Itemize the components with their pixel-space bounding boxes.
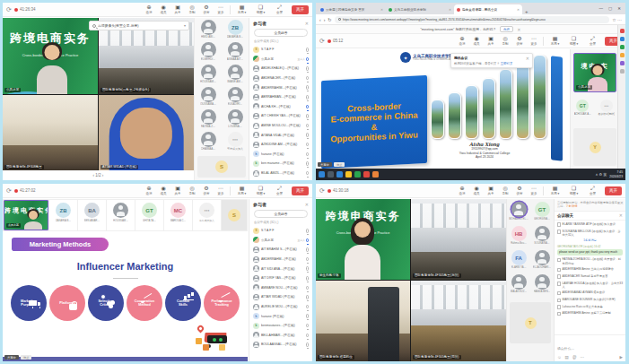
participant-thumbnail[interactable]: ⋯ 会议转录(离线) <box>596 100 617 116</box>
close-icon[interactable]: ✕ <box>620 200 624 206</box>
allow-button[interactable]: 允许 <box>500 26 513 32</box>
mini-controls-tooltip[interactable] <box>207 335 227 343</box>
mic-icon[interactable] <box>306 324 309 328</box>
participant-thumbnail[interactable]: MALAK EZZ… <box>507 274 530 299</box>
participant-thumbnail[interactable]: MOHAMED EL… <box>507 202 530 226</box>
file-explorer-icon[interactable] <box>345 171 352 178</box>
more-icon[interactable]: ⋯ <box>580 355 584 360</box>
video-tile-teacher[interactable]: 跨境电商实务 Cross-border E-commerce Practice … <box>3 18 98 94</box>
toolbar-button[interactable]: ◎录制 <box>185 186 199 195</box>
toolbar-button[interactable]: ◎录制 <box>498 36 512 46</box>
mic-icon[interactable] <box>306 305 309 309</box>
browser-icon[interactable] <box>363 171 370 178</box>
edge-icon[interactable] <box>336 171 343 178</box>
mic-icon[interactable] <box>306 247 309 252</box>
participant-thumbnail[interactable]: FATIMA Z… <box>195 109 222 132</box>
toolbar-button[interactable]: ⊕邀请 <box>455 36 469 46</box>
toolbar-button[interactable]: ◉成员 <box>156 186 170 195</box>
search-icon[interactable] <box>328 171 334 178</box>
refresh-icon[interactable]: ⟳ <box>6 6 12 13</box>
participant-row[interactable]: S S T A F F <box>249 45 312 55</box>
video-tile-hall[interactable]: 国际教育学院 巡堂机位 <box>316 281 410 361</box>
toolbar-button[interactable]: ⊕邀请 <box>142 186 156 195</box>
video-tile-assistant[interactable]: 跨境电商实务 Cross-border E-commerce Practice … <box>316 199 410 280</box>
participant-row[interactable]: b benmoutanes…(不在线) <box>249 321 312 331</box>
mic-icon[interactable] <box>306 334 309 338</box>
tab-close-icon[interactable]: ✕ <box>517 8 520 12</box>
participant-tile[interactable]: MC MAROUA C… <box>164 200 192 230</box>
mic-icon[interactable] <box>306 124 309 128</box>
video-pager[interactable]: ‹ 1/2 › <box>3 170 194 180</box>
window-minimize-button[interactable]: — <box>598 6 603 11</box>
video-tile-classroom-back[interactable]: 国际教育学院 4F305教室(后排) <box>411 199 506 280</box>
toolbar-dropdown-button[interactable]: ❏视图 ▾ <box>564 36 583 46</box>
mic-icon[interactable] <box>306 257 309 262</box>
participant-tile-s[interactable]: S <box>197 156 246 178</box>
participant-thumbnail[interactable]: LOUBNA… <box>222 109 249 132</box>
toolbar-dropdown-button[interactable]: ▦布局 ▾ <box>546 36 564 46</box>
participant-row[interactable]: 么凤之英 主持人 <box>249 236 312 246</box>
system-tray-icons[interactable]: ∧ ⚙ 英 <box>596 172 607 177</box>
mic-icon[interactable] <box>306 295 309 299</box>
toolbar-button[interactable]: ⋯更多 <box>214 4 228 14</box>
participant-row[interactable]: ABDELKHALEQ…(不在线) <box>249 64 312 74</box>
toolbar-button[interactable]: ⚙设置 <box>512 186 527 195</box>
close-icon[interactable]: ✕ <box>517 27 520 32</box>
mic-icon[interactable] <box>306 114 309 118</box>
sidebar-app-icon[interactable] <box>620 37 625 41</box>
mic-icon[interactable] <box>306 95 309 100</box>
participant-row[interactable]: h hanane (不在线) <box>249 311 312 321</box>
toolbar-dropdown-button[interactable]: ▦布局 ▾ <box>232 186 251 195</box>
url-input[interactable]: https://www.meeting.tencent.com/wemeet-w… <box>335 16 610 23</box>
camera-select[interactable]: 高清摄像头(教室全景-后置) ▾ <box>89 21 189 30</box>
close-icon[interactable]: ✕ <box>526 56 529 61</box>
participant-row[interactable]: BILAL AMZIL…(不在线) <box>249 169 312 178</box>
participant-row[interactable]: h hanane (不在线) <box>249 150 312 160</box>
participant-thumbnail[interactable]: GT ACHOUAK A… <box>572 100 593 116</box>
mic-icon[interactable] <box>306 57 309 62</box>
participant-row[interactable]: AIT CHEIKH YAS…(不在线) <box>249 111 312 121</box>
participant-thumbnail[interactable]: OUSSAMA… <box>195 87 222 109</box>
mic-icon[interactable] <box>306 276 309 281</box>
participant-thumbnail[interactable]: GT GEORGINA… <box>530 202 554 226</box>
sidebar-app-icon[interactable] <box>620 45 625 49</box>
mention-icon[interactable]: @ <box>572 355 577 360</box>
mute-all-button[interactable]: 全员静音 <box>254 29 308 37</box>
mic-icon[interactable] <box>306 152 309 157</box>
tab-close-icon[interactable]: ✕ <box>449 8 451 12</box>
participant-tile[interactable]: HOUSSAM… <box>107 200 135 230</box>
participant-thumbnail[interactable]: FA ELARBI YA… <box>507 250 530 274</box>
participant-thumbnail[interactable]: ELKADIRI… <box>222 87 249 109</box>
toolbar-dropdown-button[interactable]: ❏视图 ▾ <box>564 186 583 195</box>
toolbar-button[interactable]: ◉成员 <box>156 4 170 14</box>
toolbar-dropdown-button[interactable]: ⤢全屏 <box>270 186 289 195</box>
chat-input[interactable] <box>557 347 623 351</box>
wechat-icon[interactable] <box>354 171 361 178</box>
window-maximize-button[interactable]: ▢ <box>608 6 612 11</box>
mic-icon[interactable] <box>306 314 309 318</box>
mic-icon[interactable] <box>306 266 309 271</box>
learn-more-link[interactable]: 了解详情 <box>566 204 578 208</box>
mic-icon[interactable] <box>306 48 309 52</box>
refresh-icon[interactable]: ⟳ <box>319 187 325 195</box>
close-icon[interactable]: ✕ <box>619 212 623 218</box>
sidebar-app-icon[interactable] <box>620 29 625 33</box>
participant-row[interactable]: ABDERRAHIM…(不在线) <box>249 82 312 92</box>
toolbar-dropdown-button[interactable]: ▦布局 ▾ <box>232 4 251 14</box>
participant-thumbnail[interactable]: HAMZA BEN… <box>530 274 554 299</box>
participant-row[interactable]: AICHA KH…(不在线) <box>249 102 312 112</box>
participant-thumbnail[interactable]: SOUKAINA… <box>530 226 554 250</box>
participant-thumbnail[interactable]: HOUSSAM… <box>195 65 222 87</box>
mic-icon[interactable] <box>306 342 309 347</box>
leave-meeting-button[interactable]: 离开 <box>292 5 309 14</box>
leave-meeting-button[interactable]: 离开 <box>292 186 309 195</box>
toolbar-button[interactable]: ▣共享 <box>170 186 185 195</box>
video-tile-classroom-b[interactable]: 国际教育学院 4F308教室 <box>3 95 98 171</box>
toolbar-dropdown-button[interactable]: ❏视图 ▾ <box>251 4 270 14</box>
toolbar-button[interactable]: ◎录制 <box>498 186 512 195</box>
participant-row[interactable]: ATTAR WIDAD (不在线) <box>249 292 312 302</box>
mic-icon[interactable] <box>306 229 309 233</box>
toolbar-button[interactable]: ◎录制 <box>185 4 199 14</box>
browser-tab[interactable]: 云学堂 | 跨境电商实务 首页 ✕ <box>318 4 386 14</box>
forward-button[interactable]: › <box>324 17 326 22</box>
